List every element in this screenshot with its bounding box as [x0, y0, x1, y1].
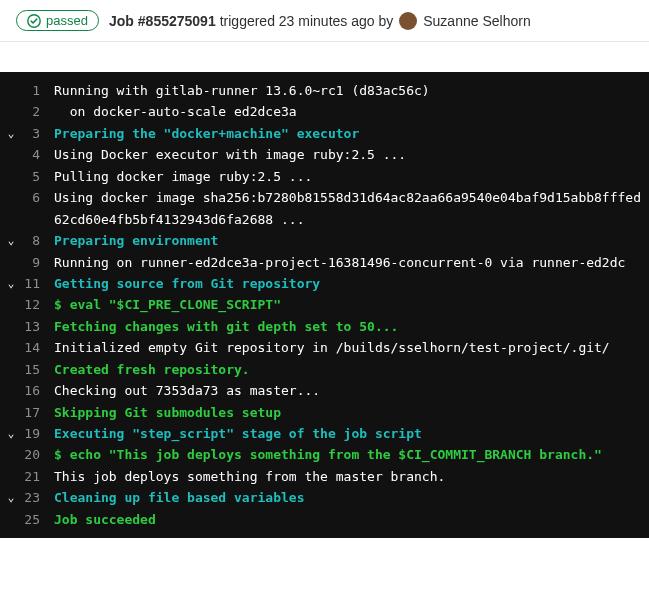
- log-line: 25Job succeeded: [0, 509, 649, 530]
- chevron-down-icon: [0, 509, 22, 511]
- chevron-down-icon: [0, 144, 22, 146]
- log-line: 12$ eval "$CI_PRE_CLONE_SCRIPT": [0, 294, 649, 315]
- chevron-down-icon: [0, 80, 22, 82]
- log-text: Using Docker executor with image ruby:2.…: [54, 144, 406, 165]
- log-line: ⌄8Preparing environment: [0, 230, 649, 251]
- log-text: Using docker image sha256:b7280b81558d31…: [54, 187, 641, 230]
- chevron-down-icon: [0, 166, 22, 168]
- log-line: 14Initialized empty Git repository in /b…: [0, 337, 649, 358]
- log-text: Job succeeded: [54, 509, 156, 530]
- chevron-down-icon: [0, 359, 22, 361]
- job-label: Job: [109, 13, 134, 29]
- chevron-down-icon[interactable]: ⌄: [0, 487, 22, 507]
- log-line: 9Running on runner-ed2dce3a-project-1638…: [0, 252, 649, 273]
- log-line: 1Running with gitlab-runner 13.6.0~rc1 (…: [0, 80, 649, 101]
- line-number: 21: [22, 466, 54, 487]
- chevron-down-icon: [0, 294, 22, 296]
- log-line: ⌄3Preparing the "docker+machine" executo…: [0, 123, 649, 144]
- log-text: Initialized empty Git repository in /bui…: [54, 337, 610, 358]
- chevron-down-icon: [0, 402, 22, 404]
- line-number: 2: [22, 101, 54, 122]
- log-line: 17Skipping Git submodules setup: [0, 402, 649, 423]
- log-line: 2 on docker-auto-scale ed2dce3a: [0, 101, 649, 122]
- log-text: Pulling docker image ruby:2.5 ...: [54, 166, 312, 187]
- chevron-down-icon: [0, 252, 22, 254]
- log-text: $ eval "$CI_PRE_CLONE_SCRIPT": [54, 294, 281, 315]
- log-text: Getting source from Git repository: [54, 273, 320, 294]
- log-line: 15Created fresh repository.: [0, 359, 649, 380]
- line-number: 9: [22, 252, 54, 273]
- check-circle-icon: [27, 14, 41, 28]
- log-text: Running with gitlab-runner 13.6.0~rc1 (d…: [54, 80, 430, 101]
- line-number: 1: [22, 80, 54, 101]
- log-line: ⌄23Cleaning up file based variables: [0, 487, 649, 508]
- status-badge: passed: [16, 10, 99, 31]
- line-number: 19: [22, 423, 54, 444]
- log-line: 16Checking out 7353da73 as master...: [0, 380, 649, 401]
- line-number: 15: [22, 359, 54, 380]
- job-id: #855275091: [138, 13, 216, 29]
- log-line: 20$ echo "This job deploys something fro…: [0, 444, 649, 465]
- avatar[interactable]: [399, 12, 417, 30]
- chevron-down-icon[interactable]: ⌄: [0, 123, 22, 143]
- log-line: 5Pulling docker image ruby:2.5 ...: [0, 166, 649, 187]
- line-number: 12: [22, 294, 54, 315]
- line-number: 16: [22, 380, 54, 401]
- chevron-down-icon: [0, 187, 22, 189]
- log-line: ⌄11Getting source from Git repository: [0, 273, 649, 294]
- line-number: 20: [22, 444, 54, 465]
- chevron-down-icon: [0, 316, 22, 318]
- job-log: 1Running with gitlab-runner 13.6.0~rc1 (…: [0, 72, 649, 538]
- line-number: 8: [22, 230, 54, 251]
- log-line: 21This job deploys something from the ma…: [0, 466, 649, 487]
- log-line: 13Fetching changes with git depth set to…: [0, 316, 649, 337]
- chevron-down-icon[interactable]: ⌄: [0, 273, 22, 293]
- log-text: Created fresh repository.: [54, 359, 250, 380]
- chevron-down-icon: [0, 444, 22, 446]
- chevron-down-icon: [0, 466, 22, 468]
- triggered-text: triggered 23 minutes ago by: [220, 13, 394, 29]
- line-number: 13: [22, 316, 54, 337]
- line-number: 5: [22, 166, 54, 187]
- log-text: Checking out 7353da73 as master...: [54, 380, 320, 401]
- author-name[interactable]: Suzanne Selhorn: [423, 13, 530, 29]
- line-number: 4: [22, 144, 54, 165]
- chevron-down-icon: [0, 337, 22, 339]
- job-info: Job #855275091 triggered 23 minutes ago …: [109, 12, 531, 30]
- line-number: 11: [22, 273, 54, 294]
- log-text: on docker-auto-scale ed2dce3a: [54, 101, 297, 122]
- log-text: Preparing environment: [54, 230, 218, 251]
- line-number: 25: [22, 509, 54, 530]
- job-header: passed Job #855275091 triggered 23 minut…: [0, 0, 649, 42]
- log-text: Fetching changes with git depth set to 5…: [54, 316, 398, 337]
- log-text: Running on runner-ed2dce3a-project-16381…: [54, 252, 625, 273]
- chevron-down-icon: [0, 101, 22, 103]
- line-number: 17: [22, 402, 54, 423]
- log-text: Executing "step_script" stage of the job…: [54, 423, 422, 444]
- log-text: $ echo "This job deploys something from …: [54, 444, 602, 465]
- log-text: Skipping Git submodules setup: [54, 402, 281, 423]
- line-number: 14: [22, 337, 54, 358]
- status-text: passed: [46, 13, 88, 28]
- log-line: 6Using docker image sha256:b7280b81558d3…: [0, 187, 649, 230]
- line-number: 3: [22, 123, 54, 144]
- log-line: ⌄19Executing "step_script" stage of the …: [0, 423, 649, 444]
- chevron-down-icon[interactable]: ⌄: [0, 423, 22, 443]
- line-number: 23: [22, 487, 54, 508]
- log-text: Cleaning up file based variables: [54, 487, 304, 508]
- line-number: 6: [22, 187, 54, 208]
- chevron-down-icon: [0, 380, 22, 382]
- log-line: 4Using Docker executor with image ruby:2…: [0, 144, 649, 165]
- log-text: This job deploys something from the mast…: [54, 466, 445, 487]
- log-text: Preparing the "docker+machine" executor: [54, 123, 359, 144]
- chevron-down-icon[interactable]: ⌄: [0, 230, 22, 250]
